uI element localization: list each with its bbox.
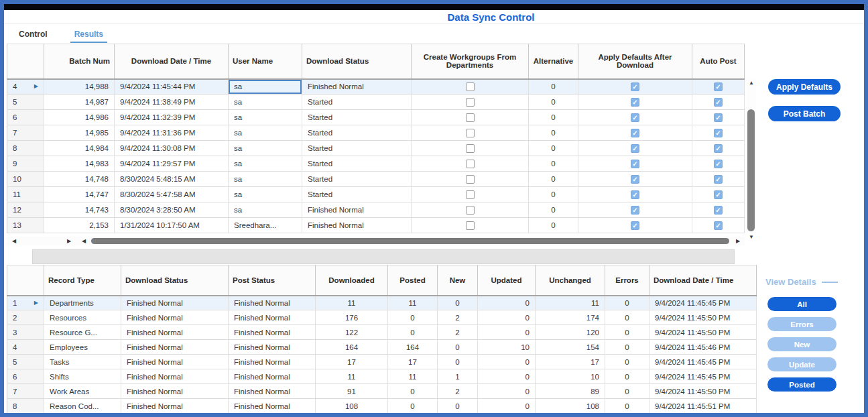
auto_post-checkbox[interactable]: ✓ xyxy=(714,190,723,199)
cell-download_status[interactable]: Started xyxy=(302,156,412,172)
col-header-auto_post[interactable]: Auto Post xyxy=(692,44,745,79)
cell-download_status[interactable]: Finished Normal xyxy=(121,296,229,310)
create_workgroups-checkbox[interactable] xyxy=(466,113,475,122)
cell-download_status[interactable]: Finished Normal xyxy=(121,325,229,340)
cell-row_num[interactable]: 3 xyxy=(7,325,44,340)
cell-posted[interactable]: 0 xyxy=(388,399,438,414)
cell-download_date[interactable]: 9/4/2024 11:45:46 PM xyxy=(649,340,757,355)
cell-download_date[interactable]: 9/4/2024 11:45:50 PM xyxy=(649,310,757,325)
apply-defaults-button[interactable]: Apply Defaults xyxy=(768,79,841,95)
cell-apply_defaults[interactable]: ✓ xyxy=(578,95,692,110)
cell-apply_defaults[interactable]: ✓ xyxy=(578,110,692,125)
view-details-new-button[interactable]: New xyxy=(767,337,836,351)
create_workgroups-checkbox[interactable] xyxy=(466,144,475,153)
col-header-apply_defaults[interactable]: Apply Defaults After Download xyxy=(578,44,692,79)
cell-updated[interactable]: 0 xyxy=(478,296,536,310)
col-header-download_date[interactable]: Download Date / Time xyxy=(115,44,229,79)
cell-row_num[interactable]: 7 xyxy=(7,384,44,399)
cell-batch_num[interactable]: 14,985 xyxy=(44,125,115,141)
cell-errors[interactable]: 0 xyxy=(605,384,649,399)
cell-unchanged[interactable]: 120 xyxy=(536,325,605,340)
cell-record_type[interactable]: Tasks xyxy=(44,355,121,369)
cell-create_workgroups[interactable] xyxy=(412,110,529,125)
cell-download_date[interactable]: 8/30/2024 3:28:50 AM xyxy=(115,202,229,218)
cell-row_num[interactable]: 6 xyxy=(7,110,44,125)
cell-download_status[interactable]: Started xyxy=(302,187,412,202)
cell-apply_defaults[interactable]: ✓ xyxy=(578,141,692,156)
cell-batch_num[interactable]: 14,987 xyxy=(44,95,115,110)
cell-download_status[interactable]: Finished Normal xyxy=(121,369,229,384)
horizontal-scrollbar-thumb[interactable] xyxy=(91,238,729,244)
cell-unchanged[interactable]: 11 xyxy=(536,296,605,310)
cell-user_name[interactable]: sa xyxy=(229,79,302,95)
cell-row_num[interactable]: 13 xyxy=(7,218,44,233)
cell-batch_num[interactable]: 14,743 xyxy=(44,202,115,218)
table-row[interactable]: 1014,7488/30/2024 5:48:15 AMsaStarted0✓✓ xyxy=(7,172,745,187)
table-row[interactable]: 6ShiftsFinished NormalFinished Normal111… xyxy=(7,369,757,384)
cell-posted[interactable]: 17 xyxy=(388,355,438,369)
cell-auto_post[interactable]: ✓ xyxy=(692,141,745,156)
cell-download_status[interactable]: Started xyxy=(302,125,412,141)
cell-auto_post[interactable]: ✓ xyxy=(692,79,745,95)
scroll-up-icon[interactable]: ▲ xyxy=(749,80,754,86)
cell-download_date[interactable]: 9/4/2024 11:45:45 PM xyxy=(649,369,757,384)
cell-download_date[interactable]: 9/4/2024 11:45:45 PM xyxy=(649,355,757,369)
cell-row_num[interactable]: 5 xyxy=(7,95,44,110)
cell-download_status[interactable]: Started xyxy=(302,95,412,110)
cell-row_num[interactable]: 6 xyxy=(7,369,44,384)
cell-create_workgroups[interactable] xyxy=(412,156,529,172)
cell-downloaded[interactable]: 176 xyxy=(316,310,388,325)
cell-download_date[interactable]: 9/4/2024 11:32:39 PM xyxy=(115,110,229,125)
col-header-record_type[interactable]: Record Type xyxy=(44,265,121,296)
table-row[interactable]: 3Resource G...Finished NormalFinished No… xyxy=(7,325,757,340)
table-row[interactable]: 132,1531/31/2024 10:17:50 AMSreedhara...… xyxy=(7,218,745,233)
cell-errors[interactable]: 0 xyxy=(605,325,649,340)
cell-download_status[interactable]: Finished Normal xyxy=(302,218,412,233)
cell-downloaded[interactable]: 11 xyxy=(316,369,388,384)
pane-scroll-left-icon[interactable]: ◀ xyxy=(82,239,86,244)
cell-updated[interactable]: 0 xyxy=(478,310,536,325)
cell-row_num[interactable]: 4▶ xyxy=(7,79,44,95)
cell-user_name[interactable]: sa xyxy=(229,95,302,110)
cell-new[interactable]: 0 xyxy=(438,355,478,369)
table-row[interactable]: 7Work AreasFinished NormalFinished Norma… xyxy=(7,384,757,399)
cell-download_date[interactable]: 9/4/2024 11:29:57 PM xyxy=(115,156,229,172)
col-header-post_status[interactable]: Post Status xyxy=(229,265,316,296)
cell-download_date[interactable]: 9/4/2024 11:30:08 PM xyxy=(115,141,229,156)
col-header-create_workgroups[interactable]: Create Workgroups From Departments xyxy=(412,44,529,79)
cell-batch_num[interactable]: 14,984 xyxy=(44,141,115,156)
cell-user_name[interactable]: sa xyxy=(229,202,302,218)
apply_defaults-checkbox[interactable]: ✓ xyxy=(631,129,639,137)
cell-updated[interactable]: 0 xyxy=(478,399,536,414)
cell-download_date[interactable]: 9/4/2024 11:45:51 PM xyxy=(649,399,757,414)
cell-record_type[interactable]: Departments xyxy=(44,296,121,310)
cell-downloaded[interactable]: 11 xyxy=(316,296,388,310)
cell-batch_num[interactable]: 14,983 xyxy=(44,156,115,172)
cell-create_workgroups[interactable] xyxy=(412,187,529,202)
cell-download_date[interactable]: 1/31/2024 10:17:50 AM xyxy=(115,218,229,233)
cell-errors[interactable]: 0 xyxy=(605,340,649,355)
scroll-right-icon[interactable]: ▶ xyxy=(736,239,740,244)
cell-auto_post[interactable]: ✓ xyxy=(692,95,745,110)
col-header-row_num[interactable] xyxy=(7,44,44,79)
cell-errors[interactable]: 0 xyxy=(605,369,649,384)
cell-updated[interactable]: 0 xyxy=(478,325,536,340)
cell-downloaded[interactable]: 91 xyxy=(316,384,388,399)
cell-record_type[interactable]: Work Areas xyxy=(44,384,121,399)
table-row[interactable]: 2ResourcesFinished NormalFinished Normal… xyxy=(7,310,757,325)
cell-updated[interactable]: 0 xyxy=(478,355,536,369)
cell-new[interactable]: 0 xyxy=(438,296,478,310)
cell-posted[interactable]: 11 xyxy=(388,296,438,310)
create_workgroups-checkbox[interactable] xyxy=(466,82,475,91)
cell-alternative[interactable]: 0 xyxy=(529,187,578,202)
table-row[interactable]: 8Reason Cod...Finished NormalFinished No… xyxy=(7,399,757,414)
view-details-update-button[interactable]: Update xyxy=(767,357,836,371)
view-details-posted-button[interactable]: Posted xyxy=(767,377,836,392)
cell-downloaded[interactable]: 122 xyxy=(316,325,388,340)
cell-auto_post[interactable]: ✓ xyxy=(692,218,745,233)
cell-user_name[interactable]: sa xyxy=(229,172,302,187)
table-row[interactable]: 814,9849/4/2024 11:30:08 PMsaStarted0✓✓ xyxy=(7,141,745,156)
table-row[interactable]: 514,9879/4/2024 11:38:49 PMsaStarted0✓✓ xyxy=(7,95,745,110)
cell-new[interactable]: 2 xyxy=(438,310,478,325)
cell-auto_post[interactable]: ✓ xyxy=(692,172,745,187)
